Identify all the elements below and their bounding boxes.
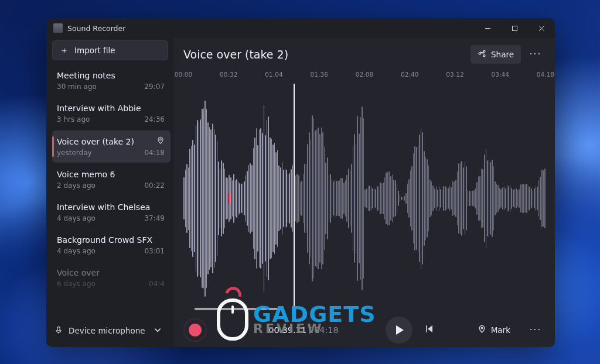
recording-item-title: Voice over (take 2) [57,137,134,146]
waveform[interactable] [183,84,546,313]
right-controls: Mark ··· [471,321,546,339]
svg-point-8 [483,55,485,57]
recording-item-subtitle: 6 days ago [57,280,96,288]
import-file-button[interactable]: ＋ Import file [52,40,168,60]
recording-item-subtitle: yesterday [57,149,92,157]
plus-icon: ＋ [60,46,69,55]
playhead[interactable] [294,84,295,313]
ruler-tick: 03:12 [446,71,463,78]
recording-title: Voice over (take 2) [183,48,288,61]
recording-item-subtitle: 2 days ago [57,181,96,190]
svg-point-4 [160,139,162,140]
ellipsis-icon: ··· [530,49,541,60]
playback-controls [386,317,435,344]
share-icon [478,49,486,60]
sidebar: ＋ Import file Meeting notes30 min ago29:… [46,38,174,347]
share-label: Share [491,50,514,59]
recording-item-title: Interview with Abbie [57,104,141,113]
recording-item-title: Meeting notes [57,71,115,80]
svg-point-12 [481,327,483,329]
microphone-icon [54,326,63,336]
main-header: Voice over (take 2) Share ··· [174,38,555,71]
ruler-tick: 01:36 [311,71,328,78]
recording-item-duration: 04:18 [144,149,165,157]
location-icon [156,136,165,146]
recording-item-title: Background Crowd SFX [57,235,152,245]
close-button[interactable] [528,18,555,38]
sound-recorder-window: Sound Recorder ＋ Import file M [46,18,555,347]
mark-label: Mark [491,325,510,335]
maximize-button[interactable] [501,18,528,38]
recording-item-duration: 24:36 [144,115,165,123]
ruler-tick: 02:08 [356,71,373,78]
svg-rect-5 [57,327,60,331]
recording-item-title: Voice memo 6 [57,170,115,179]
record-icon [189,324,202,336]
ruler-tick: 00:00 [175,71,192,78]
svg-rect-1 [512,26,517,30]
mouse-icon [217,298,248,341]
restart-button[interactable] [424,324,435,336]
svg-marker-11 [428,325,432,332]
watermark-line2: REVIEW [253,324,376,335]
recording-item[interactable]: Interview with Abbie3 hrs ago24:36 [52,98,171,129]
app-icon [53,23,63,33]
recording-item-subtitle: 30 min ago [57,83,97,91]
minimize-button[interactable] [474,18,501,38]
recording-item-title: Voice over [57,268,100,277]
microphone-selector[interactable]: Device microphone [52,318,168,344]
location-icon [478,325,486,335]
recording-item-duration: 29:07 [144,83,165,91]
recording-item[interactable]: Voice memo 62 days ago00:22 [52,164,171,195]
recording-item[interactable]: Interview with Chelsea4 days ago37:49 [52,197,171,228]
recording-item-duration: 04:4 [149,280,165,288]
recording-item-duration: 00:22 [144,181,165,190]
playback-more-button[interactable]: ··· [526,321,546,339]
ruler-tick: 03:44 [492,71,509,78]
ellipsis-icon: ··· [530,325,541,335]
window-controls [474,18,555,38]
recording-item[interactable]: Voice over6 days ago04:4 [52,262,171,294]
ruler-tick: 02:40 [401,71,418,78]
time-ruler[interactable]: 00:0000:3201:0401:3602:0802:4003:1203:44… [183,71,546,81]
play-button[interactable] [386,317,412,344]
recording-item-duration: 03:01 [144,247,165,255]
watermark-line1: GADGETS [253,305,376,324]
recording-item-subtitle: 4 days ago [57,214,96,222]
svg-point-7 [483,50,485,52]
play-icon [396,325,404,335]
more-options-button[interactable]: ··· [526,45,546,64]
recording-item-subtitle: 3 hrs ago [57,115,90,123]
chevron-down-icon [154,326,162,336]
svg-point-9 [479,53,480,54]
recordings-list[interactable]: Meeting notes30 min ago29:07Interview wi… [52,65,171,318]
recording-item[interactable]: Meeting notes30 min ago29:07 [52,65,171,97]
recording-item-duration: 37:49 [144,214,165,222]
import-label: Import file [74,46,115,55]
ruler-tick: 04:18 [537,71,554,78]
waveform-bars [183,84,546,313]
recording-item[interactable]: Voice over (take 2)yesterday04:18 [52,131,171,163]
waveform-area[interactable] [183,84,546,313]
watermark: GADGETS REVIEW [217,298,376,341]
record-button[interactable] [183,318,207,342]
recording-item-subtitle: 4 days ago [57,247,96,255]
bookmark-marker[interactable] [229,193,230,204]
ruler-tick: 01:04 [265,71,282,78]
ruler-tick: 00:32 [220,71,237,78]
share-button[interactable]: Share [471,45,521,64]
microphone-label: Device microphone [69,326,145,335]
recording-item-title: Interview with Chelsea [57,202,150,212]
app-title: Sound Recorder [67,24,125,33]
mark-button[interactable]: Mark [471,321,517,339]
titlebar[interactable]: Sound Recorder [46,18,555,38]
recording-item[interactable]: Background Crowd SFX4 days ago03:01 [52,229,171,261]
